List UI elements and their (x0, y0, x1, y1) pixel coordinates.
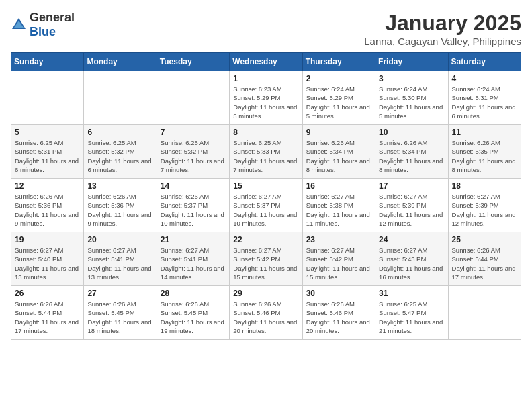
logo-text-general: General (30, 11, 75, 24)
day-info: Sunrise: 6:23 AMSunset: 5:29 PMDaylight:… (233, 85, 298, 120)
day-number: 19 (15, 235, 80, 244)
calendar-cell: 25Sunrise: 6:26 AMSunset: 5:44 PMDayligh… (448, 232, 521, 286)
day-number: 15 (233, 181, 298, 191)
month-title: January 2025 (364, 11, 521, 36)
weekday-header-thursday: Thursday (302, 53, 375, 71)
calendar-cell: 5Sunrise: 6:25 AMSunset: 5:31 PMDaylight… (11, 125, 84, 179)
calendar-cell: 1Sunrise: 6:23 AMSunset: 5:29 PMDaylight… (230, 71, 302, 125)
weekday-header-row: SundayMondayTuesdayWednesdayThursdayFrid… (11, 53, 521, 71)
day-info: Sunrise: 6:26 AMSunset: 5:46 PMDaylight:… (306, 300, 371, 335)
weekday-header-monday: Monday (84, 53, 157, 71)
day-info: Sunrise: 6:24 AMSunset: 5:30 PMDaylight:… (379, 85, 444, 120)
day-info: Sunrise: 6:26 AMSunset: 5:35 PMDaylight:… (452, 138, 517, 174)
weekday-header-wednesday: Wednesday (230, 53, 302, 71)
calendar-week-row: 1Sunrise: 6:23 AMSunset: 5:29 PMDaylight… (11, 71, 521, 125)
calendar-cell: 30Sunrise: 6:26 AMSunset: 5:46 PMDayligh… (302, 286, 375, 340)
day-info: Sunrise: 6:26 AMSunset: 5:45 PMDaylight:… (161, 300, 226, 335)
calendar-cell: 14Sunrise: 6:26 AMSunset: 5:37 PMDayligh… (157, 179, 229, 232)
day-info: Sunrise: 6:25 AMSunset: 5:47 PMDaylight:… (379, 300, 444, 335)
calendar-cell: 27Sunrise: 6:26 AMSunset: 5:45 PMDayligh… (84, 286, 157, 340)
calendar-week-row: 26Sunrise: 6:26 AMSunset: 5:44 PMDayligh… (11, 286, 521, 340)
day-number: 16 (306, 181, 371, 191)
calendar-cell: 2Sunrise: 6:24 AMSunset: 5:29 PMDaylight… (302, 71, 375, 125)
calendar-week-row: 5Sunrise: 6:25 AMSunset: 5:31 PMDaylight… (11, 125, 521, 179)
calendar-cell (84, 71, 157, 125)
day-info: Sunrise: 6:26 AMSunset: 5:44 PMDaylight:… (452, 246, 517, 281)
calendar-week-row: 19Sunrise: 6:27 AMSunset: 5:40 PMDayligh… (11, 232, 521, 286)
calendar-week-row: 12Sunrise: 6:26 AMSunset: 5:36 PMDayligh… (11, 179, 521, 232)
day-number: 14 (161, 181, 226, 191)
calendar-table: SundayMondayTuesdayWednesdayThursdayFrid… (11, 52, 521, 340)
day-info: Sunrise: 6:27 AMSunset: 5:42 PMDaylight:… (306, 246, 371, 281)
day-info: Sunrise: 6:26 AMSunset: 5:36 PMDaylight:… (15, 192, 80, 228)
logo-text-blue: Blue (30, 25, 56, 38)
weekday-header-saturday: Saturday (448, 53, 521, 71)
location-title: Lanna, Cagayan Valley, Philippines (364, 36, 521, 47)
calendar-cell: 7Sunrise: 6:25 AMSunset: 5:32 PMDaylight… (157, 125, 229, 179)
weekday-header-friday: Friday (375, 53, 448, 71)
day-number: 13 (87, 181, 152, 191)
day-number: 23 (306, 235, 371, 244)
calendar-cell: 23Sunrise: 6:27 AMSunset: 5:42 PMDayligh… (302, 232, 375, 286)
day-number: 22 (233, 235, 298, 244)
day-number: 7 (161, 128, 226, 137)
day-number: 24 (379, 235, 444, 244)
day-info: Sunrise: 6:26 AMSunset: 5:34 PMDaylight:… (306, 138, 371, 174)
day-info: Sunrise: 6:27 AMSunset: 5:39 PMDaylight:… (379, 192, 444, 228)
calendar-cell: 20Sunrise: 6:27 AMSunset: 5:41 PMDayligh… (84, 232, 157, 286)
day-number: 8 (233, 128, 298, 137)
calendar-cell: 28Sunrise: 6:26 AMSunset: 5:45 PMDayligh… (157, 286, 229, 340)
day-number: 18 (452, 181, 517, 191)
calendar-cell: 13Sunrise: 6:26 AMSunset: 5:36 PMDayligh… (84, 179, 157, 232)
day-info: Sunrise: 6:27 AMSunset: 5:37 PMDaylight:… (233, 192, 298, 228)
calendar-cell: 21Sunrise: 6:27 AMSunset: 5:41 PMDayligh… (157, 232, 229, 286)
day-info: Sunrise: 6:24 AMSunset: 5:29 PMDaylight:… (306, 85, 371, 120)
page-header: General Blue January 2025 Lanna, Cagayan… (11, 11, 521, 47)
day-info: Sunrise: 6:26 AMSunset: 5:45 PMDaylight:… (87, 300, 152, 335)
calendar-cell (448, 286, 521, 340)
day-number: 27 (87, 289, 152, 298)
day-number: 11 (452, 128, 517, 137)
day-info: Sunrise: 6:25 AMSunset: 5:32 PMDaylight:… (161, 138, 226, 174)
day-number: 29 (233, 289, 298, 298)
day-info: Sunrise: 6:25 AMSunset: 5:33 PMDaylight:… (233, 138, 298, 174)
day-number: 21 (161, 235, 226, 244)
day-info: Sunrise: 6:25 AMSunset: 5:31 PMDaylight:… (15, 138, 80, 174)
day-number: 3 (379, 74, 444, 83)
calendar-cell: 18Sunrise: 6:27 AMSunset: 5:39 PMDayligh… (448, 179, 521, 232)
day-number: 1 (233, 74, 298, 83)
title-block: January 2025 Lanna, Cagayan Valley, Phil… (364, 11, 521, 47)
day-info: Sunrise: 6:27 AMSunset: 5:40 PMDaylight:… (15, 246, 80, 281)
day-number: 26 (15, 289, 80, 298)
day-info: Sunrise: 6:26 AMSunset: 5:34 PMDaylight:… (379, 138, 444, 174)
calendar-cell: 15Sunrise: 6:27 AMSunset: 5:37 PMDayligh… (230, 179, 302, 232)
calendar-cell: 11Sunrise: 6:26 AMSunset: 5:35 PMDayligh… (448, 125, 521, 179)
calendar-cell: 16Sunrise: 6:27 AMSunset: 5:38 PMDayligh… (302, 179, 375, 232)
calendar-cell: 26Sunrise: 6:26 AMSunset: 5:44 PMDayligh… (11, 286, 84, 340)
day-number: 20 (87, 235, 152, 244)
day-number: 28 (161, 289, 226, 298)
day-number: 12 (15, 181, 80, 191)
calendar-cell (11, 71, 84, 125)
day-info: Sunrise: 6:24 AMSunset: 5:31 PMDaylight:… (452, 85, 517, 120)
calendar-cell: 12Sunrise: 6:26 AMSunset: 5:36 PMDayligh… (11, 179, 84, 232)
calendar-cell: 24Sunrise: 6:27 AMSunset: 5:43 PMDayligh… (375, 232, 448, 286)
day-number: 5 (15, 128, 80, 137)
day-info: Sunrise: 6:26 AMSunset: 5:37 PMDaylight:… (161, 192, 226, 228)
day-info: Sunrise: 6:27 AMSunset: 5:41 PMDaylight:… (87, 246, 152, 281)
calendar-cell: 19Sunrise: 6:27 AMSunset: 5:40 PMDayligh… (11, 232, 84, 286)
calendar-cell: 10Sunrise: 6:26 AMSunset: 5:34 PMDayligh… (375, 125, 448, 179)
day-info: Sunrise: 6:26 AMSunset: 5:44 PMDaylight:… (15, 300, 80, 335)
calendar-cell: 29Sunrise: 6:26 AMSunset: 5:46 PMDayligh… (230, 286, 302, 340)
calendar-cell (157, 71, 229, 125)
day-info: Sunrise: 6:27 AMSunset: 5:42 PMDaylight:… (233, 246, 298, 281)
day-number: 9 (306, 128, 371, 137)
calendar-cell: 3Sunrise: 6:24 AMSunset: 5:30 PMDaylight… (375, 71, 448, 125)
calendar-cell: 22Sunrise: 6:27 AMSunset: 5:42 PMDayligh… (230, 232, 302, 286)
day-number: 30 (306, 289, 371, 298)
day-info: Sunrise: 6:27 AMSunset: 5:43 PMDaylight:… (379, 246, 444, 281)
calendar-cell: 17Sunrise: 6:27 AMSunset: 5:39 PMDayligh… (375, 179, 448, 232)
day-info: Sunrise: 6:25 AMSunset: 5:32 PMDaylight:… (87, 138, 152, 174)
logo: General Blue (11, 11, 75, 39)
weekday-header-tuesday: Tuesday (157, 53, 229, 71)
